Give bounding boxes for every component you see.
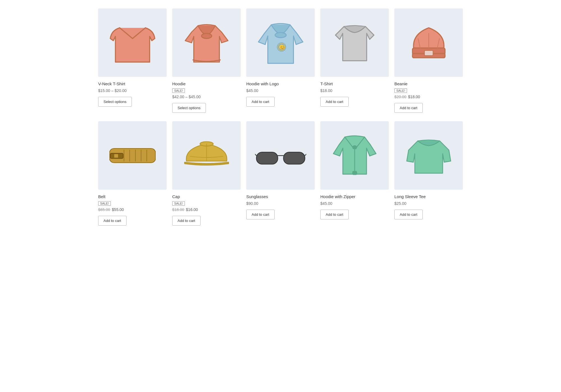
svg-point-3 bbox=[275, 32, 286, 37]
new-price-cap: $16.00 bbox=[186, 207, 198, 212]
product-price-long-sleeve-tee: $25.00 bbox=[394, 201, 406, 206]
product-grid: V-Neck T-Shirt$15.00 – $20.00Select opti… bbox=[98, 8, 463, 226]
product-image-hoodie bbox=[172, 8, 241, 77]
old-price-beanie: $20.00 bbox=[394, 95, 406, 99]
select-options-button-hoodie[interactable]: Select options bbox=[172, 103, 206, 113]
new-price-belt: $55.00 bbox=[112, 207, 124, 212]
add-to-cart-button-long-sleeve-tee[interactable]: Add to cart bbox=[394, 210, 423, 219]
product-image-vneck-tshirt bbox=[98, 8, 167, 77]
product-card-hoodie-logo: 😊 Hoodie with Logo$45.00Add to cart bbox=[246, 8, 315, 113]
svg-text:😊: 😊 bbox=[280, 44, 285, 50]
product-name-beanie: Beanie bbox=[394, 81, 463, 86]
select-options-button-vneck-tshirt[interactable]: Select options bbox=[98, 97, 132, 107]
svg-point-0 bbox=[201, 33, 212, 38]
product-image-cap bbox=[172, 121, 241, 190]
product-price-hoodie-zipper: $45.00 bbox=[320, 201, 332, 206]
sale-badge-belt: SALE! bbox=[98, 201, 111, 206]
product-card-beanie: BeanieSALE!$20.00$18.00Add to cart bbox=[394, 8, 463, 113]
product-name-vneck-tshirt: V-Neck T-Shirt bbox=[98, 81, 167, 86]
add-to-cart-button-cap[interactable]: Add to cart bbox=[172, 216, 201, 226]
product-image-tshirt bbox=[320, 8, 389, 77]
svg-rect-19 bbox=[114, 154, 118, 158]
product-card-hoodie: HoodieSALE!$42.00 – $45.00Select options bbox=[172, 8, 241, 113]
product-name-cap: Cap bbox=[172, 194, 241, 199]
add-to-cart-button-belt[interactable]: Add to cart bbox=[98, 216, 127, 226]
product-name-sunglasses: Sunglasses bbox=[246, 194, 315, 199]
svg-rect-23 bbox=[283, 152, 305, 164]
product-image-belt bbox=[98, 121, 167, 190]
add-to-cart-button-tshirt[interactable]: Add to cart bbox=[320, 97, 349, 107]
add-to-cart-button-sunglasses[interactable]: Add to cart bbox=[246, 210, 275, 219]
product-card-hoodie-zipper: Hoodie with Zipper$45.00Add to cart bbox=[320, 121, 389, 226]
product-image-long-sleeve-tee bbox=[394, 121, 463, 190]
add-to-cart-button-hoodie-zipper[interactable]: Add to cart bbox=[320, 210, 349, 219]
product-price-tshirt: $18.00 bbox=[320, 88, 332, 93]
svg-rect-9 bbox=[424, 50, 433, 55]
product-price-hoodie-logo: $45.00 bbox=[246, 88, 258, 93]
product-name-hoodie: Hoodie bbox=[172, 81, 241, 86]
product-name-hoodie-logo: Hoodie with Logo bbox=[246, 81, 315, 86]
product-image-hoodie-logo: 😊 bbox=[246, 8, 315, 77]
sale-badge-beanie: SALE! bbox=[394, 88, 407, 93]
sale-badge-hoodie: SALE! bbox=[172, 88, 185, 93]
product-price-belt: $65.00$55.00 bbox=[98, 207, 124, 212]
product-image-sunglasses bbox=[246, 121, 315, 190]
product-price-beanie: $20.00$18.00 bbox=[394, 95, 420, 99]
add-to-cart-button-hoodie-logo[interactable]: Add to cart bbox=[246, 97, 275, 107]
product-name-tshirt: T-Shirt bbox=[320, 81, 389, 86]
product-card-cap: CapSALE!$18.00$16.00Add to cart bbox=[172, 121, 241, 226]
sale-badge-cap: SALE! bbox=[172, 201, 185, 206]
svg-rect-22 bbox=[256, 152, 278, 164]
product-price-sunglasses: $90.00 bbox=[246, 201, 258, 206]
product-card-tshirt: T-Shirt$18.00Add to cart bbox=[320, 8, 389, 113]
old-price-belt: $65.00 bbox=[98, 207, 110, 212]
svg-rect-31 bbox=[353, 171, 357, 174]
old-price-cap: $18.00 bbox=[172, 207, 184, 212]
product-name-long-sleeve-tee: Long Sleeve Tee bbox=[394, 194, 463, 199]
product-name-belt: Belt bbox=[98, 194, 167, 199]
product-price-vneck-tshirt: $15.00 – $20.00 bbox=[98, 88, 127, 93]
product-card-sunglasses: Sunglasses$90.00Add to cart bbox=[246, 121, 315, 226]
product-card-vneck-tshirt: V-Neck T-Shirt$15.00 – $20.00Select opti… bbox=[98, 8, 167, 113]
product-price-hoodie: $42.00 – $45.00 bbox=[172, 95, 201, 99]
svg-line-25 bbox=[255, 154, 256, 155]
product-price-cap: $18.00$16.00 bbox=[172, 207, 198, 212]
product-image-beanie bbox=[394, 8, 463, 77]
product-image-hoodie-zipper bbox=[320, 121, 389, 190]
new-price-beanie: $18.00 bbox=[408, 95, 420, 99]
svg-point-30 bbox=[353, 146, 357, 149]
product-name-hoodie-zipper: Hoodie with Zipper bbox=[320, 194, 389, 199]
svg-line-26 bbox=[305, 154, 306, 155]
product-card-belt: BeltSALE!$65.00$55.00Add to cart bbox=[98, 121, 167, 226]
add-to-cart-button-beanie[interactable]: Add to cart bbox=[394, 103, 423, 113]
product-card-long-sleeve-tee: Long Sleeve Tee$25.00Add to cart bbox=[394, 121, 463, 226]
